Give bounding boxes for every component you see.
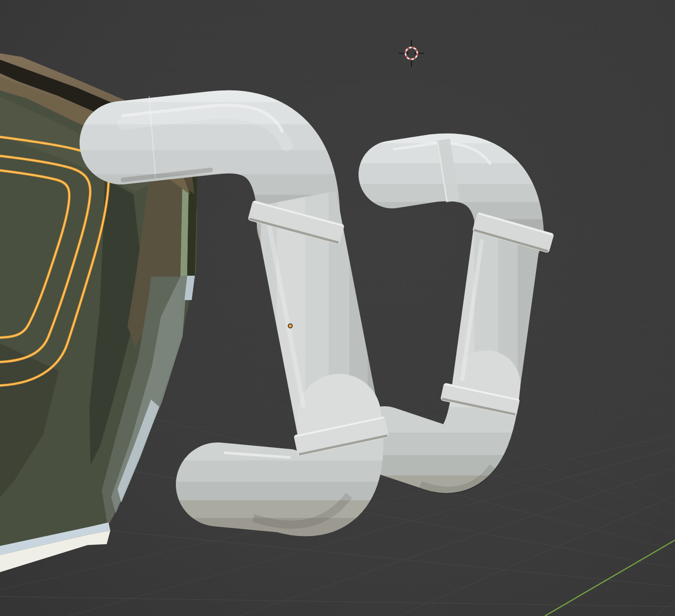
blender-3d-viewport[interactable] [0, 0, 675, 616]
origin-dot-icon[interactable] [288, 324, 293, 328]
viewport-canvas[interactable] [0, 0, 675, 616]
